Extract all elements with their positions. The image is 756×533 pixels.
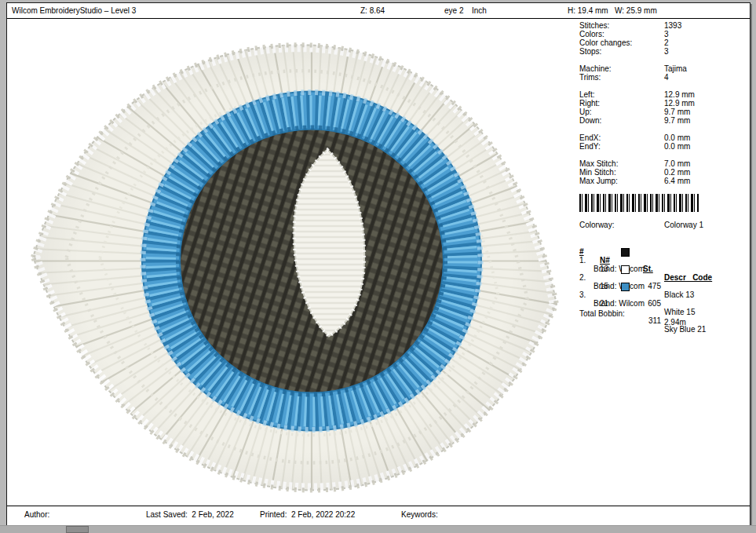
thread-brand-row: Brand: Wilcom [579,256,748,265]
stat-down-value: 9.7 mm [664,116,690,125]
stat-machine-value: Tajima [664,64,687,73]
stat-endy-value: 0.0 mm [664,142,690,151]
stat-colorchanges-value: 2 [664,38,669,47]
thread-table-header: # N# St. Descr _Code [579,239,748,247]
stitch-stats-group: Stitches:1393 Colors:3 Color changes:2 S… [579,21,748,56]
worksheet-footer: Author: Last Saved: 2 Feb, 2022 Printed:… [7,506,750,526]
colorway-block: Colorway:Colorway 1 [579,221,748,229]
units-label: Inch [472,6,487,15]
stat-colors-label: Colors: [579,30,604,38]
thread-stitch-count: 311 [639,316,661,325]
thread-brand-row: Brand: Wilcom [579,273,748,282]
keywords-label: Keywords: [401,510,438,519]
thread-table: # N# St. Descr _Code 1. 13 475 Black 13 … [579,239,748,309]
design-info-panel: Stitches:1393 Colors:3 Color changes:2 S… [579,21,748,309]
stat-minstitch-label: Min Stitch: [579,168,616,177]
eye-design-graphic [13,24,567,498]
stat-maxstitch-value: 7.0 mm [664,159,690,168]
colorway-label: Colorway: [579,221,614,229]
stat-stitches-label: Stitches: [579,21,609,30]
stat-left-value: 12.9 mm [664,90,695,99]
thread-row: 3. 21 311 Sky Blue 21 [579,282,748,290]
horizontal-scrollbar[interactable] [0,525,756,533]
scrollbar-thumb[interactable] [66,526,89,533]
stat-endy-label: EndY: [579,142,601,151]
stitch-limits-group: Max Stitch:7.0 mm Min Stitch:0.2 mm Max … [579,159,748,185]
stat-right-label: Right: [579,99,600,108]
total-bobbin-row: Total Bobbin: 2.94m [579,301,748,309]
stat-maxstitch-label: Max Stitch: [579,159,618,168]
design-name: eye 2 [444,6,463,15]
stat-stitches-value: 1393 [664,21,681,30]
stat-right-value: 12.9 mm [664,99,695,108]
thread-row: 2. 15 605 White 15 [579,265,748,273]
thread-row: 1. 13 475 Black 13 [579,247,748,256]
stat-trims-label: Trims: [579,73,601,82]
total-bobbin-label: Total Bobbin: [579,309,625,318]
last-saved-label: Last Saved: 2 Feb, 2022 [146,510,234,519]
app-title: Wilcom EmbroideryStudio – Level 3 [12,6,136,15]
stat-endx-value: 0.0 mm [664,133,690,142]
stat-stops-value: 3 [664,47,669,56]
design-dimensions: H: 19.4 mm W: 25.9 mm [568,6,657,15]
embroidery-design-preview [13,24,567,498]
stat-colorchanges-label: Color changes: [579,38,632,47]
stat-colors-value: 3 [664,30,669,38]
endpoint-group: EndX:0.0 mm EndY:0.0 mm [579,133,748,151]
stat-trims-value: 4 [664,73,669,82]
stat-up-value: 9.7 mm [664,108,690,116]
stat-minstitch-value: 0.2 mm [664,168,690,177]
stat-left-label: Left: [579,90,594,99]
stat-down-label: Down: [579,116,601,125]
worksheet-header: Wilcom EmbroideryStudio – Level 3 Z: 8.6… [7,3,750,19]
zoom-factor: Z: 8.64 [360,6,385,15]
colorway-value: Colorway 1 [664,221,703,229]
stat-maxjump-value: 6.4 mm [664,177,690,185]
design-barcode [579,194,699,212]
author-label: Author: [24,510,49,519]
stat-machine-label: Machine: [579,64,612,73]
machine-group: Machine:Tajima Trims:4 [579,64,748,82]
stat-up-label: Up: [579,108,592,116]
printed-label: Printed: 2 Feb, 2022 20:22 [260,510,355,519]
stat-endx-label: EndX: [579,133,601,142]
total-bobbin-value: 2.94m [664,318,686,327]
worksheet-page: Wilcom EmbroideryStudio – Level 3 Z: 8.6… [6,2,751,527]
thread-brand-row: Brand: Wilcom [579,290,748,299]
extents-group: Left:12.9 mm Right:12.9 mm Up:9.7 mm Dow… [579,90,748,125]
stat-stops-label: Stops: [579,47,601,56]
stat-maxjump-label: Max Jump: [579,177,618,185]
